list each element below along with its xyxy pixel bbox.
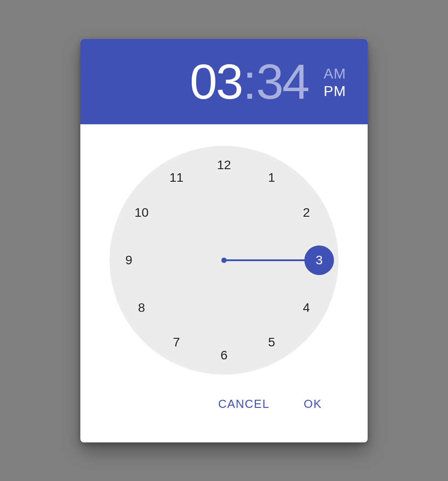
time-picker-body: 121234567891011 CANCEL OK bbox=[80, 124, 368, 442]
time-display: 03 : 34 bbox=[190, 57, 308, 106]
pm-option[interactable]: PM bbox=[324, 83, 346, 100]
time-picker-header: 03 : 34 AM PM bbox=[80, 39, 368, 124]
ampm-toggle: AM PM bbox=[324, 66, 346, 100]
cancel-button[interactable]: CANCEL bbox=[210, 393, 277, 415]
time-colon: : bbox=[243, 57, 255, 106]
clock-hour-6[interactable]: 6 bbox=[214, 345, 234, 365]
clock-hour-5[interactable]: 5 bbox=[262, 332, 281, 352]
clock-hour-10[interactable]: 10 bbox=[132, 203, 151, 223]
time-picker-dialog: 03 : 34 AM PM 121234567891011 CANCEL OK bbox=[80, 39, 368, 442]
clock-hour-7[interactable]: 7 bbox=[167, 332, 186, 352]
dialog-actions: CANCEL OK bbox=[102, 375, 346, 432]
clock-hour-4[interactable]: 4 bbox=[297, 298, 316, 318]
clock-hour-9[interactable]: 9 bbox=[119, 250, 139, 270]
clock-hour-3[interactable]: 3 bbox=[309, 250, 329, 270]
clock-hour-1[interactable]: 1 bbox=[262, 168, 281, 188]
clock-hour-2[interactable]: 2 bbox=[297, 203, 316, 223]
clock-hour-12[interactable]: 12 bbox=[214, 155, 234, 175]
ok-button[interactable]: OK bbox=[295, 393, 330, 415]
hours-value[interactable]: 03 bbox=[190, 57, 242, 106]
minutes-value[interactable]: 34 bbox=[256, 57, 308, 106]
clock-center-dot bbox=[221, 258, 227, 263]
clock-hour-11[interactable]: 11 bbox=[167, 168, 186, 188]
clock-hour-8[interactable]: 8 bbox=[132, 298, 151, 318]
clock-face[interactable]: 121234567891011 bbox=[110, 146, 338, 375]
am-option[interactable]: AM bbox=[324, 66, 346, 82]
